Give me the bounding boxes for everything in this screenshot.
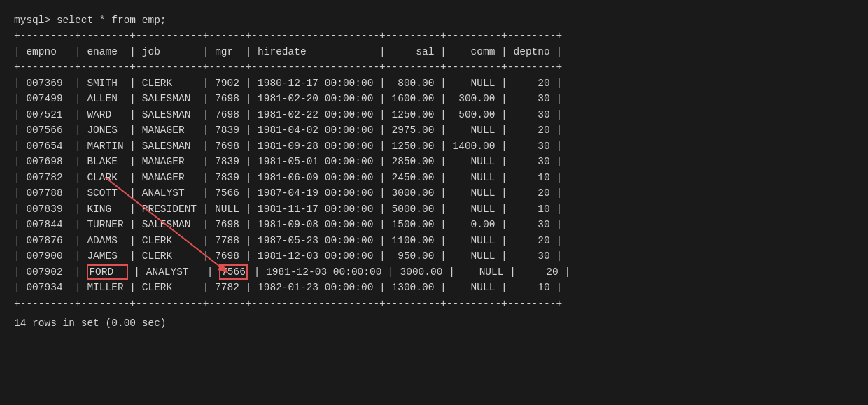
footer-line: 14 rows in set (0.00 sec) bbox=[14, 315, 854, 331]
table-row: | 007844 | TURNER | SALESMAN | 7698 | 19… bbox=[14, 217, 854, 232]
table-row: | 007499 | ALLEN | SALESMAN | 7698 | 198… bbox=[14, 91, 854, 106]
table-row: | 007782 | CLARK | MANAGER | 7839 | 1981… bbox=[14, 170, 854, 185]
table-row: | 007369 | SMITH | CLERK | 7902 | 1980-1… bbox=[14, 76, 854, 91]
table-row: | 007788 | SCOTT | ANALYST | 7566 | 1987… bbox=[14, 185, 854, 201]
table-row: | 007839 | KING | PRESIDENT | NULL | 198… bbox=[14, 201, 854, 217]
table-row: | 007521 | WARD | SALESMAN | 7698 | 1981… bbox=[14, 107, 854, 122]
table-row: | 007566 | JONES | MANAGER | 7839 | 1981… bbox=[14, 122, 854, 138]
table-row: | 007698 | BLAKE | MANAGER | 7839 | 1981… bbox=[14, 154, 854, 169]
header-separator: +---------+--------+-----------+------+-… bbox=[14, 59, 854, 75]
table-row: | 007934 | MILLER | CLERK | 7782 | 1982-… bbox=[14, 280, 854, 295]
header-row: | empno | ename | job | mgr | hiredate |… bbox=[14, 44, 854, 59]
table-row: | 007902 | FORD | ANALYST | 7566 | 1981-… bbox=[14, 264, 854, 280]
top-separator: +---------+--------+-----------+------+-… bbox=[14, 28, 854, 43]
data-rows: | 007369 | SMITH | CLERK | 7902 | 1980-1… bbox=[14, 76, 854, 296]
table-row: | 007876 | ADAMS | CLERK | 7788 | 1987-0… bbox=[14, 233, 854, 248]
bottom-separator: +---------+--------+-----------+------+-… bbox=[14, 296, 854, 311]
table-row: | 007654 | MARTIN | SALESMAN | 7698 | 19… bbox=[14, 138, 854, 154]
terminal-window: mysql> select * from emp; +---------+---… bbox=[14, 13, 854, 332]
table-area: +---------+--------+-----------+------+-… bbox=[14, 28, 854, 311]
table-row: | 007900 | JAMES | CLERK | 7698 | 1981-1… bbox=[14, 248, 854, 264]
command-line: mysql> select * from emp; bbox=[14, 13, 854, 28]
